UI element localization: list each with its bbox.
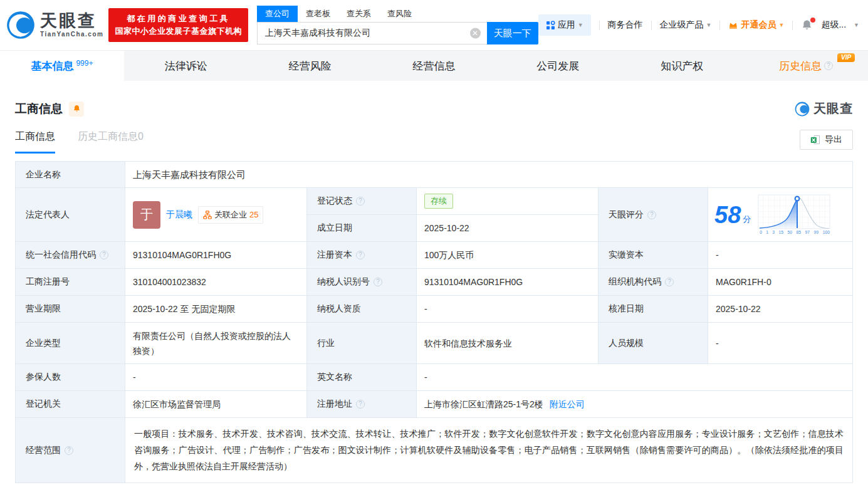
search-tab-risk[interactable]: 查风险: [379, 6, 420, 22]
chevron-down-icon: ▼: [706, 22, 712, 28]
subtab-business-info[interactable]: 工商信息: [15, 130, 55, 154]
section-title: 工商信息: [15, 101, 63, 117]
search-tab-boss[interactable]: 查老板: [298, 6, 338, 22]
promo-banner-line2: 国家中小企业发展子基金旗下机构: [115, 25, 242, 38]
taxpayer-id-value: 91310104MAG0R1FH0G: [417, 269, 599, 295]
english-name-label: 英文名称: [307, 364, 417, 390]
table-row: 参保人数 - 英文名称 -: [16, 364, 852, 391]
insured-value: -: [125, 364, 307, 390]
business-scope-label-text: 经营范围: [26, 445, 61, 456]
help-icon[interactable]: [824, 61, 833, 70]
reg-capital-value: 100万人民币: [417, 242, 599, 268]
reg-number-label: 工商注册号: [16, 269, 125, 295]
help-icon[interactable]: [356, 400, 365, 409]
vip-badge: VIP: [837, 53, 855, 62]
top-nav: 应用 ▼ 商务合作 企业级产品 ▼ 开通会员 ▼ 超级..: [538, 14, 859, 36]
score-cell[interactable]: 58 分: [708, 188, 852, 241]
reg-address-label: 注册地址: [307, 391, 417, 417]
score-label-text: 天眼评分: [609, 209, 644, 221]
paid-capital-value: -: [708, 242, 852, 268]
tianyancha-logo[interactable]: 天眼查 TianYanCha.com: [6, 11, 103, 39]
help-icon[interactable]: [356, 197, 365, 206]
score-marker: [795, 197, 800, 201]
insured-label: 参保人数: [16, 364, 125, 390]
notification-bell[interactable]: [801, 19, 813, 31]
taxpayer-quality-value: -: [417, 296, 599, 322]
divider: [651, 21, 652, 30]
reg-capital-label: 注册资本: [307, 242, 417, 268]
related-count: 25: [249, 210, 258, 219]
credit-code-value: 91310104MAG0R1FH0G: [125, 242, 307, 268]
apps-grid-icon: [546, 21, 555, 30]
nav-apps[interactable]: 应用 ▼: [538, 14, 591, 36]
help-icon[interactable]: [100, 251, 108, 259]
nearby-companies-link[interactable]: 附近公司: [550, 397, 585, 411]
subtab-history-business-info[interactable]: 历史工商信息0: [78, 130, 144, 154]
tianyancha-watermark: 天眼查: [795, 100, 853, 117]
nav-open-vip[interactable]: 开通会员 ▼: [728, 19, 784, 31]
notification-dot: [810, 18, 815, 23]
legal-rep-avatar[interactable]: 于: [133, 201, 160, 229]
search-tab-company[interactable]: 查公司: [257, 6, 298, 22]
business-term-label: 营业期限: [16, 296, 125, 322]
help-icon[interactable]: [65, 446, 73, 455]
search-tabs: 查公司 查老板 查关系 查风险: [257, 6, 538, 22]
approval-date-value: 2025-10-22: [708, 296, 852, 322]
watermark-brand: 天眼查: [813, 100, 853, 117]
tab-operating-info[interactable]: 经营信息: [372, 51, 496, 81]
nav-apps-label: 应用: [558, 19, 575, 31]
business-scope-label: 经营范围: [16, 418, 125, 482]
table-row: 营业期限 2025-10-22 至 无固定期限 纳税人资质 - 核准日期 202…: [16, 296, 852, 323]
tianyancha-swirl-icon: [6, 11, 35, 39]
credit-code-label-text: 统一社会信用代码: [26, 249, 96, 261]
taxpayer-quality-label: 纳税人资质: [307, 296, 417, 322]
help-icon[interactable]: [356, 251, 365, 259]
tab-intellectual-property[interactable]: 知识产权: [620, 51, 744, 81]
subscribe-bell-button[interactable]: [69, 102, 84, 117]
divider: [599, 21, 600, 30]
legal-rep-name-link[interactable]: 于晨曦: [166, 209, 192, 221]
tab-history-info[interactable]: VIP 历史信息: [744, 51, 868, 81]
org-code-label: 组织机构代码: [599, 269, 708, 295]
table-row: 企业类型 有限责任公司（自然人投资或控股的法人独资） 行业 软件和信息技术服务业…: [16, 323, 852, 364]
score-distribution-chart: 0131550859799100: [757, 194, 832, 235]
related-companies-badge[interactable]: 关联企业 25: [198, 206, 263, 224]
help-icon[interactable]: [647, 211, 656, 219]
header: 天眼查 TianYanCha.com 都在用的商业查询工具 国家中小企业发展子基…: [0, 0, 868, 50]
score-chart-ticks: 0131550859799100: [760, 229, 830, 235]
reg-status-label-text: 登记状态: [317, 196, 352, 207]
tab-basic-badge: 999+: [76, 59, 93, 68]
promo-banner-line1: 都在用的商业查询工具: [115, 13, 242, 25]
establish-date-label: 成立日期: [307, 215, 417, 241]
table-row: 工商注册号 310104001023832 纳税人识别号 91310104MAG…: [16, 269, 852, 296]
divider: [792, 21, 793, 30]
table-row: 法定代表人 于 于晨曦 关联企业 25: [16, 188, 852, 242]
nav-super-account[interactable]: 超级... ▼: [821, 19, 859, 31]
table-row: 经营范围 一般项目：技术服务、技术开发、技术咨询、技术交流、技术转让、技术推广；…: [16, 418, 852, 483]
tab-basic-info[interactable]: 基本信息 999+: [0, 51, 124, 81]
business-scope-value: 一般项目：技术服务、技术开发、技术咨询、技术交流、技术转让、技术推广；软件开发；…: [125, 418, 852, 482]
company-type-value: 有限责任公司（自然人投资或控股的法人独资）: [125, 323, 307, 363]
clear-search-icon[interactable]: ✕: [470, 28, 481, 39]
industry-label: 行业: [307, 323, 417, 363]
nav-business-cooperation[interactable]: 商务合作: [608, 19, 643, 31]
nav-enterprise-products[interactable]: 企业级产品 ▼: [660, 19, 712, 31]
help-icon[interactable]: [374, 278, 382, 286]
divider: [719, 21, 720, 30]
tab-company-development[interactable]: 公司发展: [496, 51, 620, 81]
help-icon[interactable]: [665, 278, 674, 286]
reg-address-cell: 上海市徐汇区虹漕路25-1号2楼 附近公司: [417, 391, 852, 417]
tab-operating-risk[interactable]: 经营风险: [248, 51, 372, 81]
reg-capital-label-text: 注册资本: [317, 249, 352, 261]
chevron-down-icon: ▼: [578, 22, 583, 28]
score-unit: 分: [743, 214, 751, 225]
export-button[interactable]: 导出: [800, 130, 853, 150]
staff-size-label: 人员规模: [599, 323, 708, 363]
business-term-value: 2025-10-22 至 无固定期限: [125, 296, 307, 322]
main-content: 工商信息 天眼查 工商信息 历史工商信息0: [0, 100, 868, 483]
search-tab-relation[interactable]: 查关系: [338, 6, 379, 22]
tab-legal-proceedings[interactable]: 法律诉讼: [124, 51, 248, 81]
taxpayer-id-label: 纳税人识别号: [307, 269, 417, 295]
search-input[interactable]: [257, 22, 487, 44]
search-button[interactable]: 天眼一下: [487, 22, 538, 44]
